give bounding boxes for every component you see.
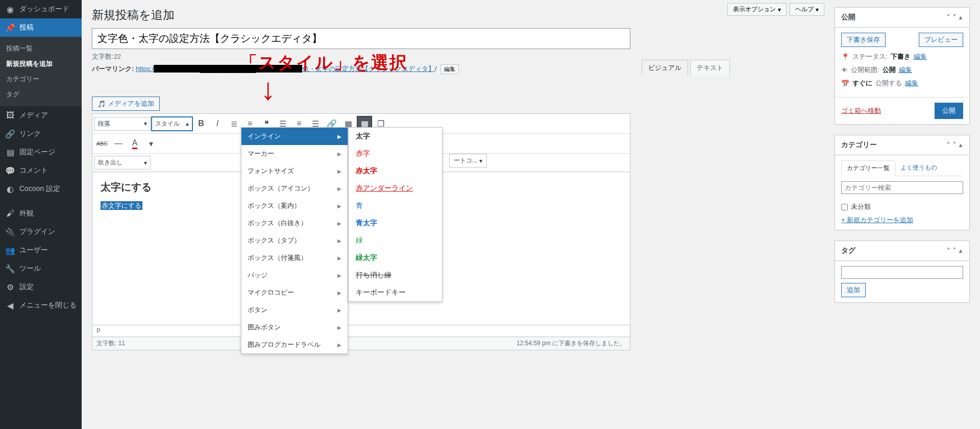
sidebar-pages[interactable]: ▤固定ページ xyxy=(0,143,82,161)
sidebar-posts-tags[interactable]: タグ xyxy=(0,87,82,102)
tags-input[interactable] xyxy=(841,266,963,279)
sidebar-cocoon[interactable]: ◐Cocoon 設定 xyxy=(0,180,82,198)
category-tab-all[interactable]: カテゴリー一覧 xyxy=(841,160,895,176)
inline-menu-item[interactable]: 太字 xyxy=(349,128,442,145)
box-up-icon[interactable]: ˄ xyxy=(946,13,951,22)
bullet-list-button[interactable]: ≣ xyxy=(226,116,241,131)
sidebar-posts-submenu: 投稿一覧 新規投稿を追加 カテゴリー タグ xyxy=(0,37,82,106)
inline-menu-item[interactable]: 青太字 xyxy=(349,214,442,232)
dashboard-icon: ◉ xyxy=(5,4,15,14)
box-down-icon[interactable]: ˅ xyxy=(952,13,957,22)
publish-button[interactable]: 公開 xyxy=(935,103,963,119)
inline-menu-item[interactable]: キーボードキー xyxy=(349,284,442,301)
bold-button[interactable]: B xyxy=(193,116,209,131)
style-menu-item[interactable]: インライン▶ xyxy=(241,128,348,145)
style-menu-item[interactable]: 囲みボタン▶ xyxy=(241,319,348,336)
box-up-icon[interactable]: ˄ xyxy=(946,140,951,150)
sidebar-comments[interactable]: 💬コメント xyxy=(0,161,82,180)
box-down-icon[interactable]: ˅ xyxy=(952,246,957,255)
inline-menu-item[interactable]: 打ち消し線 xyxy=(349,267,442,284)
style-menu-item[interactable]: ボックス（タブ）▶ xyxy=(241,232,348,249)
inline-menu-item[interactable]: 赤太字 xyxy=(349,162,442,180)
hr-button[interactable]: — xyxy=(111,136,126,151)
schedule-edit-link[interactable]: 編集 xyxy=(905,79,918,88)
chevron-right-icon: ▶ xyxy=(337,307,341,313)
cocoon-icon: ◐ xyxy=(5,184,15,194)
balloon-select[interactable]: 吹き出し▾ xyxy=(94,156,151,170)
inline-menu-item[interactable]: 赤アンダーライン xyxy=(349,180,442,197)
screen-options-button[interactable]: 表示オプション ▾ xyxy=(727,3,787,16)
sidebar-posts-new[interactable]: 新規投稿を追加 xyxy=(0,56,82,72)
text-color-button[interactable]: A xyxy=(127,136,142,151)
inline-menu-item[interactable]: 緑太字 xyxy=(349,249,442,267)
add-category-link[interactable]: + 新規カテゴリーを追加 xyxy=(841,216,963,225)
style-menu-item[interactable]: マーカー▶ xyxy=(241,145,348,162)
box-down-icon[interactable]: ˅ xyxy=(952,140,957,150)
sidebar-posts-list[interactable]: 投稿一覧 xyxy=(0,41,82,56)
sidebar-links[interactable]: 🔗リンク xyxy=(0,125,82,143)
style-menu-item[interactable]: ボックス（案内）▶ xyxy=(241,197,348,214)
move-to-trash-link[interactable]: ゴミ箱へ移動 xyxy=(841,106,881,115)
strikethrough-button[interactable]: ABC xyxy=(94,136,110,151)
add-media-button[interactable]: 🎵メディアを追加 xyxy=(92,97,160,111)
style-menu-item[interactable]: ボックス（アイコン）▶ xyxy=(241,180,348,197)
permalink-link[interactable]: https:/████████████色・太字の設定方法【クラシックエディタ】 xyxy=(136,65,435,73)
eye-icon: 👁 xyxy=(841,66,848,74)
caret-down-icon: ▾ xyxy=(144,159,147,166)
media-note-icon: 🎵 xyxy=(97,100,106,108)
sidebar-plugins[interactable]: 🔌プラグイン xyxy=(0,223,82,241)
status-edit-link[interactable]: 編集 xyxy=(914,52,927,61)
shortcode-select[interactable]: ートコ...▾ xyxy=(449,154,487,168)
add-tag-button[interactable]: 追加 xyxy=(841,283,866,297)
sidebar-posts[interactable]: 📌投稿 xyxy=(0,18,82,37)
style-menu-item[interactable]: マイクロコピー▶ xyxy=(241,284,348,301)
box-up-icon[interactable]: ˄ xyxy=(946,246,951,255)
sidebar-users[interactable]: 👥ユーザー xyxy=(0,241,82,259)
inline-submenu: 太字赤字赤太字赤アンダーライン青青太字緑緑太字打ち消し線キーボードキー xyxy=(348,127,443,302)
sidebar-settings[interactable]: ⚙設定 xyxy=(0,278,82,296)
style-menu-item[interactable]: フォントサイズ▶ xyxy=(241,162,348,180)
box-toggle-icon[interactable]: ▴ xyxy=(958,246,963,255)
help-button[interactable]: ヘルプ ▾ xyxy=(790,3,824,16)
category-uncategorized[interactable]: 未分類 xyxy=(841,202,963,211)
inline-menu-item[interactable]: 赤字 xyxy=(349,145,442,162)
chevron-right-icon: ▶ xyxy=(337,203,341,209)
style-select[interactable]: スタイル▴ xyxy=(152,117,192,131)
publish-box: 公開˄˅▴ 下書き保存 プレビュー 📍ステータス: 下書き 編集 👁公開範囲: … xyxy=(835,7,970,125)
brush-icon: 🖌 xyxy=(5,208,15,219)
style-menu-item[interactable]: バッジ▶ xyxy=(241,267,348,284)
inline-menu-item[interactable]: 緑 xyxy=(349,232,442,249)
style-menu-item[interactable]: ボタン▶ xyxy=(241,301,348,319)
chevron-right-icon: ▶ xyxy=(337,151,341,157)
visibility-edit-link[interactable]: 編集 xyxy=(899,65,912,75)
sidebar-posts-categories[interactable]: カテゴリー xyxy=(0,72,82,87)
tab-visual[interactable]: ビジュアル xyxy=(642,60,688,76)
preview-button[interactable]: プレビュー xyxy=(919,33,963,47)
style-menu-item[interactable]: 囲みブログカードラベル▶ xyxy=(241,336,348,353)
italic-button[interactable]: I xyxy=(210,116,225,131)
caret-up-icon: ▴ xyxy=(186,120,189,127)
annotation-arrow-icon: ↓ xyxy=(260,74,276,105)
inline-menu-item[interactable]: 青 xyxy=(349,197,442,214)
paragraph-select[interactable]: 段落▾ xyxy=(94,117,151,131)
chevron-right-icon: ▶ xyxy=(337,169,341,174)
plugin-icon: 🔌 xyxy=(5,227,15,237)
sidebar-tools[interactable]: 🔧ツール xyxy=(0,259,82,278)
permalink-edit-button[interactable]: 編集 xyxy=(440,64,459,74)
category-search-input[interactable] xyxy=(841,181,963,194)
post-title-input[interactable] xyxy=(92,28,630,49)
tab-text[interactable]: テキスト xyxy=(690,60,730,76)
sidebar-collapse[interactable]: ◀メニューを閉じる xyxy=(0,296,82,315)
box-toggle-icon[interactable]: ▴ xyxy=(958,140,963,150)
sidebar-dashboard[interactable]: ◉ダッシュボード xyxy=(0,0,82,18)
box-toggle-icon[interactable]: ▴ xyxy=(958,13,963,22)
save-draft-button[interactable]: 下書き保存 xyxy=(841,33,886,47)
style-menu-item[interactable]: ボックス（付箋風）▶ xyxy=(241,249,348,267)
sidebar-media[interactable]: 🖾メディア xyxy=(0,106,82,125)
page-icon: ▤ xyxy=(5,147,15,157)
text-color-picker[interactable]: ▾ xyxy=(143,136,159,151)
publish-title: 公開 xyxy=(841,13,855,22)
style-menu-item[interactable]: ボックス（白抜き）▶ xyxy=(241,214,348,232)
category-tab-frequent[interactable]: よく使うもの xyxy=(895,160,942,176)
sidebar-appearance[interactable]: 🖌外観 xyxy=(0,204,82,223)
